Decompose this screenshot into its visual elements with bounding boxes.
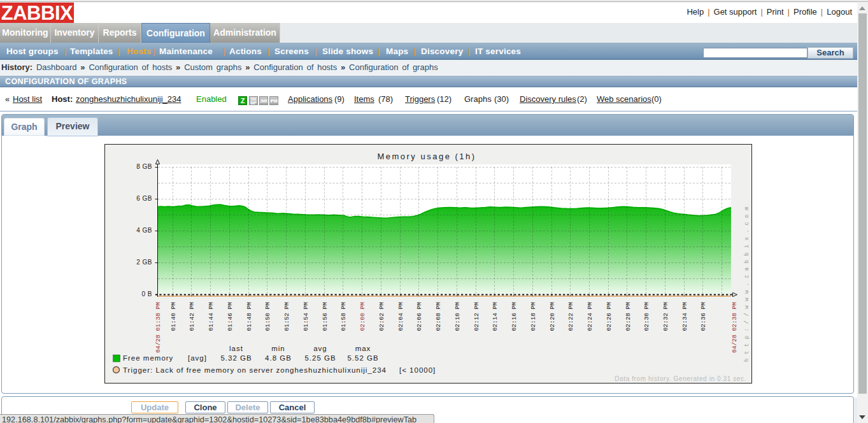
svg-text:02:28 PM: 02:28 PM xyxy=(625,302,632,331)
svg-text:01:54 PM: 01:54 PM xyxy=(302,302,309,331)
svg-text:02:26 PM: 02:26 PM xyxy=(606,302,613,331)
svg-text:02:32 PM: 02:32 PM xyxy=(662,302,669,331)
svg-text:Data from history. Generated i: Data from history. Generated in 0.31 sec… xyxy=(615,375,746,382)
svg-text:04/28 02:38 PM: 04/28 02:38 PM xyxy=(731,302,738,353)
svg-text:4 GB: 4 GB xyxy=(136,227,152,234)
svg-text:02:02 PM: 02:02 PM xyxy=(378,302,385,331)
svg-text:4.8 GB: 4.8 GB xyxy=(265,354,292,362)
svg-text:01:42 PM: 01:42 PM xyxy=(189,302,196,331)
svg-text:min: min xyxy=(271,345,285,352)
svg-text:5.32 GB: 5.32 GB xyxy=(220,354,252,362)
svg-text:avg: avg xyxy=(313,345,327,352)
svg-text:Trigger: Lack of free memory o: Trigger: Lack of free memory on server z… xyxy=(123,366,387,374)
svg-text:Memory usage (1h): Memory usage (1h) xyxy=(377,152,476,161)
svg-text:01:40 PM: 01:40 PM xyxy=(170,302,177,331)
svg-text:04/28 01:38 PM: 04/28 01:38 PM xyxy=(155,302,162,353)
svg-text:8 GB: 8 GB xyxy=(136,163,152,170)
svg-text:6 GB: 6 GB xyxy=(136,195,152,202)
svg-text:02:34 PM: 02:34 PM xyxy=(681,302,688,331)
svg-text:02:18 PM: 02:18 PM xyxy=(530,302,537,331)
svg-text:max: max xyxy=(355,345,371,352)
svg-text:02:20 PM: 02:20 PM xyxy=(549,302,556,331)
svg-text:01:52 PM: 01:52 PM xyxy=(283,302,290,331)
svg-text:02:16 PM: 02:16 PM xyxy=(511,302,518,331)
svg-text:Free memory: Free memory xyxy=(123,354,173,362)
svg-text:5.25 GB: 5.25 GB xyxy=(304,354,336,362)
svg-text:2 GB: 2 GB xyxy=(136,259,152,266)
svg-text:02:24 PM: 02:24 PM xyxy=(587,302,594,331)
svg-text:http://www.zabbix.com: http://www.zabbix.com xyxy=(744,203,750,362)
svg-text:01:44 PM: 01:44 PM xyxy=(208,302,215,331)
svg-text:02:06 PM: 02:06 PM xyxy=(416,302,423,331)
svg-text:01:58 PM: 01:58 PM xyxy=(340,302,347,331)
svg-text:02:22 PM: 02:22 PM xyxy=(567,302,574,331)
svg-text:[avg]: [avg] xyxy=(188,354,207,362)
svg-text:02:00 PM: 02:00 PM xyxy=(359,302,366,331)
svg-text:5.52 GB: 5.52 GB xyxy=(347,354,378,362)
svg-text:02:36 PM: 02:36 PM xyxy=(700,302,707,331)
svg-text:01:48 PM: 01:48 PM xyxy=(246,302,253,331)
svg-text:02:08 PM: 02:08 PM xyxy=(435,302,442,331)
svg-text:02:10 PM: 02:10 PM xyxy=(454,302,461,331)
svg-text:01:50 PM: 01:50 PM xyxy=(264,302,271,331)
svg-text:01:56 PM: 01:56 PM xyxy=(322,302,329,331)
svg-text:[< 10000]: [< 10000] xyxy=(399,366,436,374)
svg-text:02:12 PM: 02:12 PM xyxy=(473,302,480,331)
svg-text:0 B: 0 B xyxy=(141,290,152,298)
svg-text:01:46 PM: 01:46 PM xyxy=(227,302,234,331)
svg-text:02:04 PM: 02:04 PM xyxy=(397,302,404,331)
svg-text:02:30 PM: 02:30 PM xyxy=(643,302,650,331)
svg-text:last: last xyxy=(229,345,243,352)
svg-text:02:14 PM: 02:14 PM xyxy=(492,302,499,331)
